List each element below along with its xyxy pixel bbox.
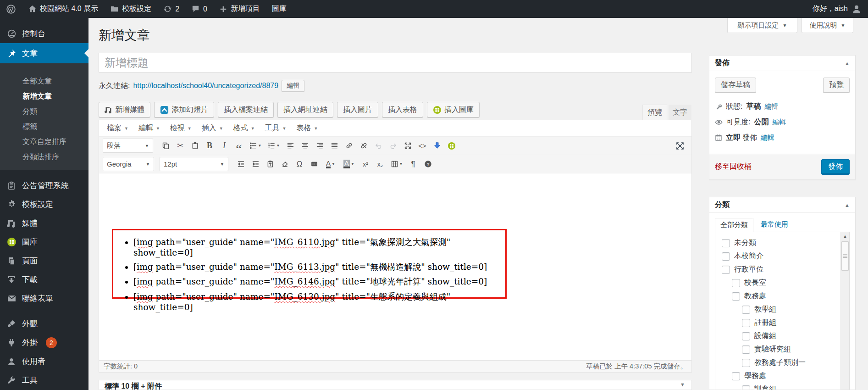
clear-formatting-button[interactable] — [278, 158, 292, 171]
insert-image-button[interactable]: 插入圖片 — [337, 102, 378, 117]
menu-tools[interactable]: 工具▼ — [260, 123, 292, 133]
submenu-taxonomy-order[interactable]: 分類法排序 — [0, 149, 88, 164]
menu-edit[interactable]: 編輯▼ — [133, 123, 165, 133]
sidebar-item-media[interactable]: 媒體 — [0, 214, 88, 233]
sidebar-item-plugins[interactable]: 外掛 2 — [0, 333, 88, 352]
post-title-input[interactable] — [99, 53, 692, 72]
scrollbar-thumb[interactable] — [841, 241, 849, 271]
categories-panel-header[interactable]: 分類 ▲ — [709, 197, 855, 213]
sidebar-item-posts[interactable]: 文章 — [0, 43, 88, 63]
sidebar-item-pages[interactable]: 頁面 — [0, 251, 88, 270]
submenu-add-new-post[interactable]: 新增文章 — [0, 89, 88, 104]
category-checkbox[interactable] — [742, 319, 750, 327]
category-checkbox[interactable] — [742, 385, 750, 390]
paste-button[interactable] — [188, 139, 202, 152]
category-checkbox[interactable] — [722, 252, 730, 261]
sidebar-item-downloads[interactable]: 下載 — [0, 270, 88, 289]
sidebar-item-template-settings[interactable]: 模板設定 — [0, 195, 88, 214]
sidebar-item-announcements[interactable]: 公告管理系統 — [0, 176, 88, 195]
tab-visual-editor[interactable]: 預覽 — [642, 105, 667, 120]
category-checkbox[interactable] — [732, 372, 740, 380]
superscript-button[interactable]: x² — [359, 158, 372, 171]
indent-button[interactable] — [249, 158, 262, 171]
help-button[interactable]: ? — [421, 158, 435, 171]
category-checkbox[interactable] — [742, 359, 750, 367]
insert-download-button[interactable] — [430, 139, 444, 152]
undo-button[interactable] — [371, 139, 385, 152]
insert-gallery-toolbar-button[interactable] — [445, 139, 459, 152]
category-checkbox[interactable] — [742, 306, 750, 314]
add-media-button[interactable]: 新增媒體 — [99, 102, 150, 117]
submenu-all-posts[interactable]: 全部文章 — [0, 73, 88, 89]
template-settings-menu[interactable]: 模板設定 — [104, 0, 157, 18]
submenu-tags[interactable]: 標籤 — [0, 119, 88, 134]
subscript-button[interactable]: x₂ — [373, 158, 387, 171]
edit-status-link[interactable]: 編輯 — [764, 102, 778, 111]
paste-as-text-button[interactable] — [263, 158, 277, 171]
paragraph-format-select[interactable]: 段落▼ — [103, 139, 153, 153]
table-button[interactable]: ▼ — [388, 158, 405, 171]
updates-menu[interactable]: 2 — [157, 0, 185, 18]
pilcrow-button[interactable]: ¶ — [406, 158, 420, 171]
publish-panel-header[interactable]: 發佈 ▲ — [709, 56, 855, 71]
outdent-button[interactable] — [234, 158, 248, 171]
font-family-select[interactable]: Georgia▼ — [103, 157, 154, 171]
gallery-menu[interactable]: 圖庫 — [266, 0, 293, 18]
editor-content-area[interactable]: [img path="user_guide" name="IMG_6110.jp… — [99, 173, 691, 361]
site-name-menu[interactable]: 校園網站 4.0 展示 — [22, 0, 104, 18]
font-size-select[interactable]: 12pt▼ — [160, 157, 228, 171]
align-left-button[interactable] — [283, 139, 297, 152]
tab-text-editor[interactable]: 文字 — [669, 105, 691, 120]
submenu-categories[interactable]: 分類 — [0, 104, 88, 119]
menu-file[interactable]: 檔案▼ — [102, 123, 133, 133]
code-button[interactable]: <> — [415, 139, 429, 152]
category-checkbox[interactable] — [742, 345, 750, 354]
insert-url-link-button[interactable]: 插入網址連結 — [277, 102, 333, 117]
align-right-button[interactable] — [313, 139, 326, 152]
sidebar-item-appearance[interactable]: 外觀 — [0, 314, 88, 333]
category-checkbox[interactable] — [722, 266, 730, 274]
insert-file-link-button[interactable]: 插入檔案連結 — [218, 102, 274, 117]
menu-view[interactable]: 檢視▼ — [165, 123, 197, 133]
tab-all-categories[interactable]: 全部分類 — [715, 218, 753, 232]
copy-button[interactable] — [159, 139, 172, 152]
preview-button[interactable]: 預覽 — [823, 78, 850, 93]
category-scrollbar[interactable]: ▲ — [840, 232, 849, 390]
redo-button[interactable] — [386, 139, 400, 152]
align-center-button[interactable] — [298, 139, 312, 152]
background-color-button[interactable]: A▼ — [340, 158, 358, 171]
permalink-url[interactable]: http://localhost/school40/uncategorized/… — [133, 82, 278, 90]
submenu-post-order[interactable]: 文章自定排序 — [0, 134, 88, 149]
blockquote-button[interactable]: “ — [232, 139, 246, 152]
category-checkbox[interactable] — [732, 292, 740, 301]
category-checkbox[interactable] — [732, 279, 740, 287]
numbered-list-button[interactable]: ▼ — [265, 139, 282, 152]
sidebar-item-tools[interactable]: 工具 — [0, 371, 88, 390]
edit-visibility-link[interactable]: 編輯 — [772, 118, 786, 127]
cut-button[interactable]: ✂ — [173, 139, 187, 152]
bullet-list-button[interactable]: ▼ — [247, 139, 264, 152]
sidebar-item-users[interactable]: 使用者 — [0, 352, 88, 371]
menu-format[interactable]: 格式▼ — [228, 123, 260, 133]
screen-options-tab[interactable]: 顯示項目設定▼ — [727, 18, 797, 33]
menu-insert[interactable]: 插入▼ — [197, 123, 228, 133]
justify-button[interactable] — [327, 139, 341, 152]
sidebar-item-gallery[interactable]: 圖庫 — [0, 233, 88, 251]
add-slideshow-button[interactable]: 添加幻燈片 — [154, 102, 214, 117]
scrollbar-up-arrow[interactable]: ▲ — [841, 232, 849, 240]
publish-button[interactable]: 發佈 — [821, 159, 850, 175]
insert-table-button[interactable]: 插入表格 — [382, 102, 423, 117]
link-button[interactable] — [342, 139, 356, 152]
chevron-down-icon[interactable]: ▼ — [680, 382, 685, 387]
insert-gallery-button[interactable]: 插入圖庫 — [427, 102, 480, 117]
unlink-button[interactable] — [357, 139, 370, 152]
fullscreen-button[interactable] — [673, 139, 687, 152]
category-checkbox[interactable] — [742, 332, 750, 340]
italic-button[interactable]: I — [217, 139, 231, 152]
new-item-menu[interactable]: 新增項目 — [213, 0, 266, 18]
tab-most-used[interactable]: 最常使用 — [761, 220, 788, 232]
horizontal-rule-button[interactable] — [307, 158, 321, 171]
edit-schedule-link[interactable]: 編輯 — [761, 134, 774, 142]
move-to-trash-link[interactable]: 移至回收桶 — [715, 162, 752, 172]
distraction-free-button[interactable] — [401, 139, 415, 152]
